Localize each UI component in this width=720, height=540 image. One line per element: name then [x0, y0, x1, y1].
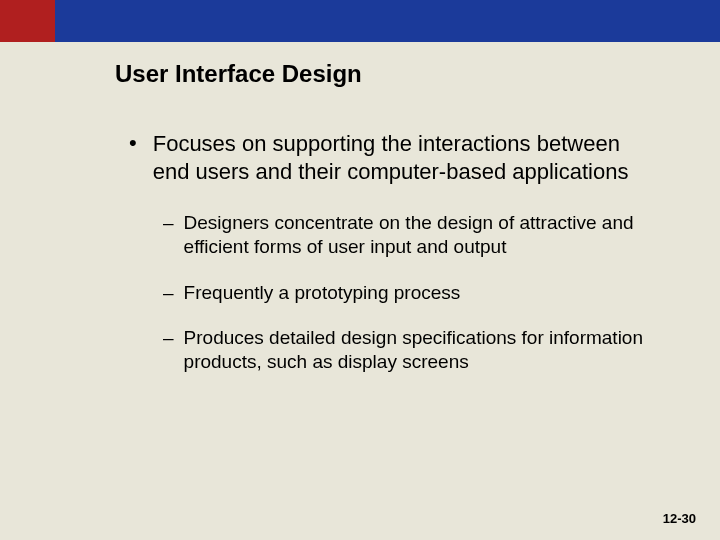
slide-content: User Interface Design • Focuses on suppo… [0, 42, 720, 374]
accent-red-block [0, 0, 55, 42]
sub-bullet: – Frequently a prototyping process [163, 281, 660, 305]
sub-bullet-text: Designers concentrate on the design of a… [184, 211, 660, 259]
dash-marker: – [163, 281, 174, 305]
sub-bullet: – Produces detailed design specification… [163, 326, 660, 374]
header-bar [0, 0, 720, 42]
sub-bullet-text: Produces detailed design specifications … [184, 326, 660, 374]
main-bullet: • Focuses on supporting the interactions… [115, 130, 660, 185]
bullet-marker: • [129, 130, 137, 185]
accent-blue-bar [55, 0, 720, 42]
dash-marker: – [163, 326, 174, 374]
sub-bullet-text: Frequently a prototyping process [184, 281, 461, 305]
page-number: 12-30 [663, 511, 696, 526]
dash-marker: – [163, 211, 174, 259]
main-bullet-text: Focuses on supporting the interactions b… [153, 130, 660, 185]
slide-title: User Interface Design [115, 60, 660, 88]
sub-bullet: – Designers concentrate on the design of… [163, 211, 660, 259]
